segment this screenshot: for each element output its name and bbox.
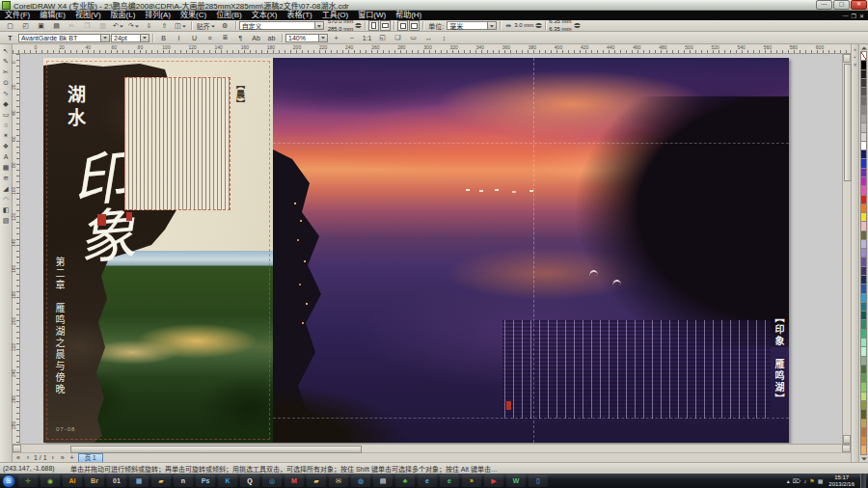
- globe-icon[interactable]: ◍: [351, 474, 370, 487]
- font-size-combo[interactable]: 24pt: [111, 34, 149, 42]
- color-swatch[interactable]: [860, 267, 867, 276]
- options-button[interactable]: ⚙: [218, 20, 232, 32]
- bold-button[interactable]: B: [156, 32, 171, 43]
- color-swatch[interactable]: [860, 177, 867, 186]
- menu-效果[interactable]: 效果(C): [176, 11, 211, 20]
- paste-button[interactable]: ▥: [95, 20, 110, 32]
- docker-icon[interactable]: ✕: [853, 62, 856, 68]
- docker-icon[interactable]: «: [854, 46, 856, 52]
- polygon-tool[interactable]: ✶: [1, 130, 12, 141]
- show-desktop-button[interactable]: [860, 474, 866, 488]
- units-combo[interactable]: 毫米: [447, 21, 497, 30]
- add-page-button[interactable]: +: [68, 454, 76, 461]
- menu-版面[interactable]: 版面(L): [106, 11, 141, 20]
- italic-button[interactable]: I: [172, 32, 186, 43]
- menu-位图[interactable]: 位图(B): [211, 11, 247, 20]
- cut-button[interactable]: ✂: [65, 20, 79, 32]
- illustrator-icon[interactable]: Ai: [63, 474, 82, 487]
- copy-button[interactable]: ❐: [80, 20, 95, 32]
- nudge-field[interactable]: 3.0 mm: [514, 22, 533, 29]
- paper-type-combo[interactable]: 自定义: [239, 21, 324, 30]
- color-swatch[interactable]: [860, 330, 867, 339]
- basic-shapes-tool[interactable]: ❖: [1, 141, 12, 151]
- ellipse-tool[interactable]: ○: [1, 120, 12, 130]
- redo-button[interactable]: ↷: [126, 20, 141, 32]
- new-button[interactable]: ▢: [3, 20, 17, 32]
- bridge-icon[interactable]: Br: [85, 474, 104, 487]
- menu-排列[interactable]: 排列(A): [140, 11, 176, 20]
- combo-arrow-icon[interactable]: [318, 35, 327, 41]
- color-swatch[interactable]: [860, 231, 867, 240]
- 360-browser-icon[interactable]: e: [440, 474, 459, 487]
- doc-close-button[interactable]: ✕: [859, 13, 864, 19]
- zoom-out-button[interactable]: −: [344, 32, 359, 43]
- vertical-ruler[interactable]: 020406080100120140160180200220240260280: [13, 54, 20, 444]
- notebook-icon[interactable]: ▯: [529, 474, 548, 487]
- start-button[interactable]: ⊞: [2, 474, 15, 488]
- launcher-icon[interactable]: ✛: [18, 474, 38, 487]
- edit-text-button[interactable]: ab: [264, 32, 279, 43]
- color-swatch[interactable]: [860, 150, 867, 159]
- zoom-in-button[interactable]: +: [329, 32, 343, 43]
- shape-tool[interactable]: ✎: [1, 56, 12, 67]
- zoom-level-combo[interactable]: 140%: [285, 34, 328, 42]
- color-swatch[interactable]: [860, 169, 867, 177]
- horizontal-scroll-thumb[interactable]: [70, 446, 362, 453]
- color-swatch[interactable]: [860, 258, 867, 266]
- ime-flag-icon[interactable]: ⚑: [809, 477, 814, 484]
- next-page-button[interactable]: ›: [49, 454, 57, 461]
- app-launcher-button[interactable]: ◫: [173, 20, 188, 32]
- color-swatch[interactable]: [860, 357, 867, 366]
- color-swatch[interactable]: [860, 88, 867, 96]
- thunder-icon[interactable]: »: [462, 474, 481, 487]
- color-swatch[interactable]: [860, 276, 867, 285]
- paper-width-field[interactable]: 570.0 mm: [328, 18, 354, 25]
- interactive-fill-tool[interactable]: ▨: [1, 215, 12, 226]
- color-swatch[interactable]: [860, 133, 867, 142]
- menu-文件[interactable]: 文件(F): [0, 11, 35, 20]
- alignment-button[interactable]: ≡: [203, 32, 217, 43]
- network-icon[interactable]: ▦: [818, 477, 824, 484]
- docker-icon[interactable]: ▪: [854, 54, 856, 60]
- first-page-button[interactable]: «: [14, 454, 22, 461]
- color-swatch[interactable]: [860, 401, 867, 410]
- eyedropper-tool[interactable]: ◢: [1, 183, 12, 194]
- horizontal-scrollbar[interactable]: [13, 444, 851, 452]
- rectangle-tool[interactable]: ▭: [1, 109, 12, 120]
- browser-icon[interactable]: ◎: [262, 474, 282, 487]
- doc-minimize-button[interactable]: —: [843, 13, 849, 19]
- export-button[interactable]: ⇧: [157, 20, 172, 32]
- qq-icon[interactable]: Q: [240, 474, 259, 487]
- volume-icon[interactable]: ♪: [803, 478, 806, 484]
- notepad-icon[interactable]: ▤: [373, 474, 393, 487]
- drawing-canvas[interactable]: 湖水 印象 【晨】 第二章 雁鸣湖之晨与傍晚 07-08: [20, 54, 842, 444]
- color-swatch[interactable]: [860, 420, 867, 428]
- open-button[interactable]: ◰: [18, 20, 33, 32]
- combo-arrow-icon[interactable]: [314, 22, 323, 29]
- current-page-button[interactable]: [409, 20, 420, 31]
- menu-编辑[interactable]: 编辑(E): [35, 11, 70, 20]
- portrait-button[interactable]: [368, 20, 379, 31]
- pick-tool[interactable]: ↖: [1, 45, 12, 56]
- zoom-one-to-one-button[interactable]: 1:1: [360, 32, 374, 43]
- smart-fill-tool[interactable]: ◆: [1, 98, 12, 109]
- scroll-down-button[interactable]: [843, 435, 851, 444]
- menu-视图[interactable]: 视图(V): [70, 11, 106, 20]
- color-swatch[interactable]: [860, 240, 867, 249]
- duplicate-x-field[interactable]: 6.35 mm: [549, 18, 571, 25]
- parrot-icon[interactable]: ♣: [395, 474, 415, 487]
- no-color-swatch[interactable]: [860, 51, 867, 61]
- wps-icon[interactable]: W: [506, 474, 526, 487]
- zoom-selected-button[interactable]: ◱: [375, 32, 390, 43]
- menu-表格[interactable]: 表格(T): [282, 11, 316, 20]
- taskbar-clock[interactable]: 15:17 2013/2/16: [826, 474, 857, 488]
- color-swatch[interactable]: [860, 106, 867, 115]
- menu-帮助[interactable]: 帮助(H): [391, 11, 426, 20]
- minimize-button[interactable]: —: [816, 0, 832, 10]
- color-swatch[interactable]: [860, 70, 867, 79]
- undo-button[interactable]: ↶: [111, 20, 125, 32]
- color-swatch[interactable]: [860, 123, 867, 132]
- color-swatch[interactable]: [860, 294, 867, 303]
- freehand-tool[interactable]: ∿: [1, 88, 12, 98]
- color-swatch[interactable]: [860, 374, 867, 383]
